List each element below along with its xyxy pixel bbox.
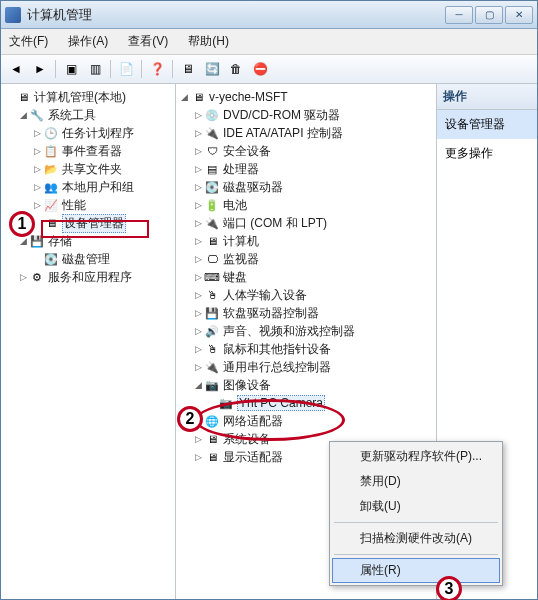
ctx-properties[interactable]: 属性(R) bbox=[332, 558, 500, 583]
device-keyboard[interactable]: ▷键盘 bbox=[178, 268, 434, 286]
device-imaging[interactable]: ◢图像设备 bbox=[178, 376, 434, 394]
expand-icon[interactable]: ▷ bbox=[192, 200, 204, 210]
device-dvd[interactable]: ▷DVD/CD-ROM 驱动器 bbox=[178, 106, 434, 124]
mouse-label: 鼠标和其他指针设备 bbox=[223, 341, 331, 358]
tree-disk-mgmt[interactable]: 磁盘管理 bbox=[3, 250, 173, 268]
services-label: 服务和应用程序 bbox=[48, 269, 132, 286]
root-label: 计算机管理(本地) bbox=[34, 89, 126, 106]
expand-icon[interactable]: ▷ bbox=[192, 164, 204, 174]
task-scheduler-label: 任务计划程序 bbox=[62, 125, 134, 142]
tree-root[interactable]: 计算机管理(本地) bbox=[3, 88, 173, 106]
device-camera[interactable]: Yht PC Camera bbox=[178, 394, 434, 412]
actions-more[interactable]: 更多操作 bbox=[437, 139, 537, 168]
help-button[interactable]: ❓ bbox=[146, 58, 168, 80]
menu-help[interactable]: 帮助(H) bbox=[184, 31, 233, 52]
expand-icon[interactable]: ▷ bbox=[192, 290, 204, 300]
disable-button[interactable]: ⛔ bbox=[249, 58, 271, 80]
device-sound[interactable]: ▷声音、视频和游戏控制器 bbox=[178, 322, 434, 340]
device-cpu[interactable]: ▷处理器 bbox=[178, 160, 434, 178]
device-network[interactable]: ▷网络适配器 bbox=[178, 412, 434, 430]
ctx-update-driver[interactable]: 更新驱动程序软件(P)... bbox=[332, 444, 500, 469]
expand-icon[interactable]: ▷ bbox=[31, 182, 43, 192]
expand-icon[interactable]: ▷ bbox=[192, 236, 204, 246]
expand-icon[interactable]: ▷ bbox=[192, 110, 204, 120]
up-button[interactable]: ▣ bbox=[60, 58, 82, 80]
collapse-icon[interactable]: ◢ bbox=[192, 380, 204, 390]
ctx-separator bbox=[334, 554, 498, 555]
usb-label: 通用串行总线控制器 bbox=[223, 359, 331, 376]
expand-icon[interactable]: ▷ bbox=[192, 362, 204, 372]
system-icon bbox=[204, 431, 220, 447]
local-users-label: 本地用户和组 bbox=[62, 179, 134, 196]
expand-icon[interactable]: ▷ bbox=[192, 308, 204, 318]
device-hid[interactable]: ▷人体学输入设备 bbox=[178, 286, 434, 304]
forward-button[interactable]: ► bbox=[29, 58, 51, 80]
menu-action[interactable]: 操作(A) bbox=[64, 31, 112, 52]
tree-shared-folders[interactable]: ▷ 共享文件夹 bbox=[3, 160, 173, 178]
expand-icon[interactable]: ▷ bbox=[192, 326, 204, 336]
collapse-icon[interactable]: ◢ bbox=[178, 92, 190, 102]
system-tools-label: 系统工具 bbox=[48, 107, 96, 124]
tree-services[interactable]: ▷ 服务和应用程序 bbox=[3, 268, 173, 286]
expand-icon[interactable]: ▷ bbox=[192, 452, 204, 462]
expand-icon[interactable]: ▷ bbox=[192, 434, 204, 444]
shield-icon bbox=[204, 143, 220, 159]
system-label: 系统设备 bbox=[223, 431, 271, 448]
device-host[interactable]: ◢ v-yeche-MSFT bbox=[178, 88, 434, 106]
device-fdc[interactable]: ▷软盘驱动器控制器 bbox=[178, 304, 434, 322]
ctx-uninstall[interactable]: 卸载(U) bbox=[332, 494, 500, 519]
properties-button[interactable]: 📄 bbox=[115, 58, 137, 80]
device-security[interactable]: ▷安全设备 bbox=[178, 142, 434, 160]
expand-icon[interactable]: ▷ bbox=[192, 344, 204, 354]
keyboard-label: 键盘 bbox=[223, 269, 247, 286]
storage-icon bbox=[29, 233, 45, 249]
device-monitor[interactable]: ▷监视器 bbox=[178, 250, 434, 268]
maximize-button[interactable]: ▢ bbox=[475, 6, 503, 24]
tree-system-tools[interactable]: ◢ 系统工具 bbox=[3, 106, 173, 124]
update-driver-button[interactable]: 🔄 bbox=[201, 58, 223, 80]
expand-icon[interactable]: ▷ bbox=[31, 200, 43, 210]
device-computer[interactable]: ▷计算机 bbox=[178, 232, 434, 250]
annotation-3: 3 bbox=[436, 576, 462, 600]
ctx-scan[interactable]: 扫描检测硬件改动(A) bbox=[332, 526, 500, 551]
scan-hardware-button[interactable]: 🖥 bbox=[177, 58, 199, 80]
separator bbox=[172, 60, 173, 78]
uninstall-button[interactable]: 🗑 bbox=[225, 58, 247, 80]
minimize-button[interactable]: ─ bbox=[445, 6, 473, 24]
device-ide[interactable]: ▷IDE ATA/ATAPI 控制器 bbox=[178, 124, 434, 142]
shared-folders-label: 共享文件夹 bbox=[62, 161, 122, 178]
expand-icon[interactable]: ▷ bbox=[192, 128, 204, 138]
expand-icon[interactable]: ▷ bbox=[192, 272, 204, 282]
close-button[interactable]: ✕ bbox=[505, 6, 533, 24]
device-battery[interactable]: ▷电池 bbox=[178, 196, 434, 214]
display-icon bbox=[204, 449, 220, 465]
menu-file[interactable]: 文件(F) bbox=[5, 31, 52, 52]
expand-icon[interactable]: ▷ bbox=[192, 254, 204, 264]
collapse-icon[interactable]: ◢ bbox=[17, 236, 29, 246]
expand-icon[interactable]: ▷ bbox=[31, 128, 43, 138]
expand-icon[interactable]: ▷ bbox=[192, 218, 204, 228]
expand-icon[interactable]: ▷ bbox=[192, 182, 204, 192]
expand-icon[interactable]: ▷ bbox=[17, 272, 29, 282]
device-ports[interactable]: ▷端口 (COM 和 LPT) bbox=[178, 214, 434, 232]
tree-event-viewer[interactable]: ▷ 事件查看器 bbox=[3, 142, 173, 160]
device-usb[interactable]: ▷通用串行总线控制器 bbox=[178, 358, 434, 376]
actions-context[interactable]: 设备管理器 bbox=[437, 110, 537, 139]
ctx-disable[interactable]: 禁用(D) bbox=[332, 469, 500, 494]
battery-label: 电池 bbox=[223, 197, 247, 214]
expand-icon[interactable]: ▷ bbox=[192, 146, 204, 156]
back-button[interactable]: ◄ bbox=[5, 58, 27, 80]
expand-icon[interactable]: ▷ bbox=[31, 146, 43, 156]
network-label: 网络适配器 bbox=[223, 413, 283, 430]
device-mouse[interactable]: ▷鼠标和其他指针设备 bbox=[178, 340, 434, 358]
tree-performance[interactable]: ▷ 性能 bbox=[3, 196, 173, 214]
ide-label: IDE ATA/ATAPI 控制器 bbox=[223, 125, 343, 142]
collapse-icon[interactable]: ◢ bbox=[17, 110, 29, 120]
menu-view[interactable]: 查看(V) bbox=[124, 31, 172, 52]
show-hide-tree-button[interactable]: ▥ bbox=[84, 58, 106, 80]
expand-icon[interactable]: ▷ bbox=[31, 164, 43, 174]
tree-local-users[interactable]: ▷ 本地用户和组 bbox=[3, 178, 173, 196]
device-disk[interactable]: ▷磁盘驱动器 bbox=[178, 178, 434, 196]
annotation-1: 1 bbox=[9, 211, 35, 237]
tree-task-scheduler[interactable]: ▷ 任务计划程序 bbox=[3, 124, 173, 142]
